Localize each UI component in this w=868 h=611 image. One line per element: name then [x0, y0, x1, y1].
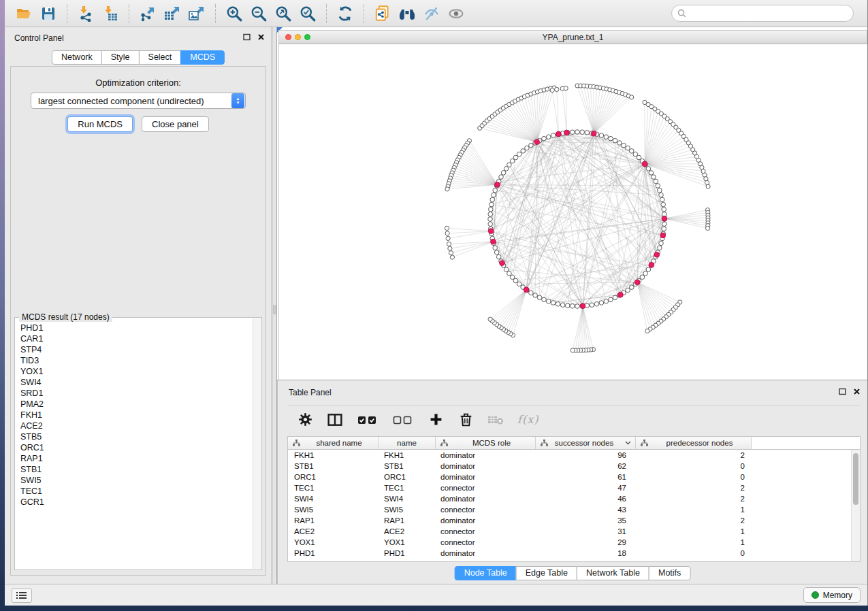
mcds-result-item[interactable]: PHD1 — [20, 323, 253, 333]
network-canvas[interactable] — [278, 44, 867, 380]
table-tab-node-table[interactable]: Node Table — [455, 566, 517, 580]
refresh-view-button[interactable] — [335, 3, 355, 24]
desktop-wallpaper: Control Panel NetworkStyleSelectMCDS Opt… — [0, 0, 868, 611]
mcds-result-item[interactable]: CAR1 — [20, 333, 253, 344]
table-row[interactable]: SWI5SWI5connector431 — [288, 504, 851, 515]
tab-style[interactable]: Style — [101, 50, 140, 65]
mcds-result-item[interactable]: SWI4 — [20, 377, 253, 388]
search-field[interactable] — [671, 5, 854, 22]
cell-predecessors: 0 — [636, 548, 752, 559]
table-tabs: Node TableEdge TableNetwork TableMotifs — [455, 566, 691, 580]
table-row[interactable]: FKH1FKH1dominator962 — [288, 450, 851, 461]
import-network-button[interactable] — [76, 3, 96, 24]
column-header-mcds-role[interactable]: MCDS role — [436, 437, 536, 449]
mcds-result-item[interactable]: TEC1 — [20, 486, 253, 497]
mcds-result-item[interactable]: PMA2 — [20, 399, 253, 410]
export-table-button[interactable] — [162, 3, 182, 24]
zoom-fit-button[interactable] — [273, 3, 293, 24]
mcds-result-item[interactable]: FKH1 — [20, 410, 253, 420]
network-view-panel: YPA_prune.txt_1 — [277, 27, 867, 380]
mcds-result-item[interactable]: TID3 — [20, 355, 253, 366]
tab-network[interactable]: Network — [52, 50, 102, 65]
search-input[interactable] — [690, 7, 853, 20]
cell-successors: 18 — [536, 548, 636, 559]
shared-column-icon — [293, 440, 300, 446]
table-scrollbar-thumb[interactable] — [853, 453, 858, 505]
run-mcds-button[interactable]: Run MCDS — [67, 116, 133, 132]
export-network-button[interactable] — [138, 3, 158, 24]
status-bar: Memory — [5, 584, 867, 606]
table-panel: Table Panel f(x) shared name name — [277, 380, 867, 584]
show-all-eye-button[interactable] — [446, 3, 466, 24]
new-network-from-selection-button[interactable] — [372, 3, 393, 24]
zoom-out-button[interactable] — [248, 3, 269, 24]
zoom-selected-button[interactable] — [298, 3, 318, 24]
delete-table-icon-disabled — [487, 412, 504, 428]
add-row-plus-icon[interactable] — [428, 412, 444, 428]
column-header-shared-name[interactable]: shared name — [288, 437, 379, 449]
table-tab-motifs[interactable]: Motifs — [649, 566, 690, 580]
cell-successors: 96 — [536, 450, 636, 461]
cell-successors: 31 — [536, 526, 636, 537]
float-panel-icon[interactable] — [839, 388, 846, 395]
network-window-titlebar[interactable]: YPA_prune.txt_1 — [278, 30, 867, 44]
float-panel-icon[interactable] — [243, 33, 251, 41]
table-row[interactable]: STB1STB1dominator620 — [288, 461, 851, 472]
vertical-splitter[interactable] — [272, 27, 277, 584]
mcds-result-list[interactable]: PHD1CAR1STP4TID3YOX1SWI4SRD1PMA2FKH1ACE2… — [16, 320, 253, 569]
table-body[interactable]: FKH1FKH1dominator962STB1STB1dominator620… — [288, 450, 851, 561]
table-scrollbar[interactable] — [851, 450, 860, 561]
export-image-button[interactable] — [187, 3, 207, 24]
mcds-result-item[interactable]: STP4 — [20, 344, 253, 355]
tab-mcds[interactable]: MCDS — [180, 50, 225, 65]
import-table-button[interactable] — [100, 3, 120, 24]
optimization-criterion-select[interactable]: largest connected component (undirected)… — [31, 93, 246, 109]
table-row[interactable]: ORC1ORC1dominator610 — [288, 472, 851, 482]
column-header-name[interactable]: name — [379, 437, 436, 449]
mcds-list-scrollbar[interactable] — [253, 318, 261, 569]
mcds-result-item[interactable]: YOX1 — [20, 366, 253, 377]
table-row[interactable]: TEC1TEC1connector472 — [288, 482, 851, 493]
cell-predecessors: 2 — [636, 450, 752, 461]
table-tab-edge-table[interactable]: Edge Table — [516, 566, 577, 580]
table-settings-gear-icon[interactable] — [297, 412, 313, 428]
hide-selected-eye-slash-button[interactable] — [421, 3, 442, 24]
save-session-button[interactable] — [38, 3, 59, 24]
mcds-result-item[interactable]: ACE2 — [20, 420, 253, 431]
cell-name: SWI5 — [379, 504, 436, 515]
mcds-result-item[interactable]: SWI5 — [20, 475, 253, 486]
mcds-result-item[interactable]: STB5 — [20, 431, 253, 442]
task-list-icon — [16, 591, 27, 599]
open-file-button[interactable] — [14, 3, 34, 24]
table-row[interactable]: YOX1YOX1connector291 — [288, 537, 851, 548]
column-header-predecessor-nodes[interactable]: predecessor nodes — [636, 437, 752, 449]
mcds-result-item[interactable]: STB1 — [20, 464, 253, 475]
table-tab-network-table[interactable]: Network Table — [577, 566, 649, 580]
mcds-result-item[interactable]: RAP1 — [20, 453, 253, 464]
task-history-button[interactable] — [12, 588, 32, 603]
column-header-filler — [752, 437, 860, 449]
close-panel-button[interactable]: Close panel — [142, 116, 209, 132]
tab-select[interactable]: Select — [139, 50, 182, 65]
cell-predecessors: 1 — [636, 504, 752, 515]
close-panel-icon[interactable] — [257, 33, 265, 41]
table-row[interactable]: RAP1RAP1dominator352 — [288, 515, 851, 526]
table-row[interactable]: ACE2ACE2connector311 — [288, 526, 851, 537]
select-all-icon[interactable] — [357, 412, 379, 428]
table-row[interactable]: PHD1PHD1dominator180 — [288, 548, 851, 559]
find-binoculars-button[interactable] — [397, 3, 417, 24]
delete-row-trash-icon[interactable] — [457, 412, 474, 428]
deselect-all-icon[interactable] — [392, 412, 414, 428]
table-row[interactable]: SWI4SWI4dominator462 — [288, 493, 851, 504]
splitter-handle[interactable] — [273, 305, 276, 314]
mcds-result-item[interactable]: ORC1 — [20, 442, 253, 453]
column-view-icon[interactable] — [327, 412, 343, 428]
mcds-result-item[interactable]: GCR1 — [20, 497, 253, 508]
column-header-successor-nodes[interactable]: successor nodes — [536, 437, 636, 449]
memory-button[interactable]: Memory — [803, 587, 861, 603]
cell-successors: 29 — [536, 537, 636, 548]
close-panel-icon[interactable] — [853, 388, 861, 395]
zoom-in-button[interactable] — [224, 3, 244, 24]
mcds-result-item[interactable]: SRD1 — [20, 388, 253, 399]
cell-successors: 35 — [536, 515, 636, 526]
